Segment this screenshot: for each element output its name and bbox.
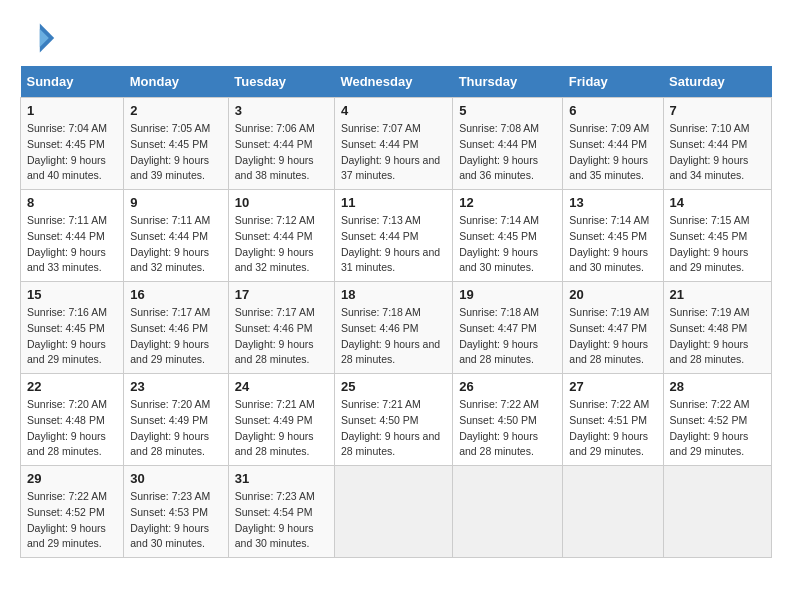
day-info: Sunrise: 7:23 AMSunset: 4:53 PMDaylight:… [130,489,222,552]
day-number: 19 [459,287,556,302]
weekday-header-tuesday: Tuesday [228,66,334,98]
day-number: 17 [235,287,328,302]
day-cell: 23Sunrise: 7:20 AMSunset: 4:49 PMDayligh… [124,374,229,466]
day-info: Sunrise: 7:10 AMSunset: 4:44 PMDaylight:… [670,121,766,184]
day-number: 14 [670,195,766,210]
day-cell: 8Sunrise: 7:11 AMSunset: 4:44 PMDaylight… [21,190,124,282]
day-info: Sunrise: 7:18 AMSunset: 4:46 PMDaylight:… [341,305,446,368]
day-number: 23 [130,379,222,394]
day-cell: 2Sunrise: 7:05 AMSunset: 4:45 PMDaylight… [124,98,229,190]
day-info: Sunrise: 7:22 AMSunset: 4:51 PMDaylight:… [569,397,656,460]
day-cell [453,466,563,558]
week-row-2: 8Sunrise: 7:11 AMSunset: 4:44 PMDaylight… [21,190,772,282]
day-cell: 29Sunrise: 7:22 AMSunset: 4:52 PMDayligh… [21,466,124,558]
weekday-header-wednesday: Wednesday [334,66,452,98]
day-cell: 3Sunrise: 7:06 AMSunset: 4:44 PMDaylight… [228,98,334,190]
weekday-header-saturday: Saturday [663,66,772,98]
day-number: 30 [130,471,222,486]
day-cell: 25Sunrise: 7:21 AMSunset: 4:50 PMDayligh… [334,374,452,466]
day-info: Sunrise: 7:13 AMSunset: 4:44 PMDaylight:… [341,213,446,276]
day-info: Sunrise: 7:15 AMSunset: 4:45 PMDaylight:… [670,213,766,276]
calendar-table: SundayMondayTuesdayWednesdayThursdayFrid… [20,66,772,558]
day-cell: 13Sunrise: 7:14 AMSunset: 4:45 PMDayligh… [563,190,663,282]
day-info: Sunrise: 7:11 AMSunset: 4:44 PMDaylight:… [130,213,222,276]
day-info: Sunrise: 7:22 AMSunset: 4:52 PMDaylight:… [27,489,117,552]
day-number: 9 [130,195,222,210]
day-cell: 6Sunrise: 7:09 AMSunset: 4:44 PMDaylight… [563,98,663,190]
weekday-header-monday: Monday [124,66,229,98]
day-info: Sunrise: 7:22 AMSunset: 4:50 PMDaylight:… [459,397,556,460]
week-row-5: 29Sunrise: 7:22 AMSunset: 4:52 PMDayligh… [21,466,772,558]
day-info: Sunrise: 7:05 AMSunset: 4:45 PMDaylight:… [130,121,222,184]
day-cell: 17Sunrise: 7:17 AMSunset: 4:46 PMDayligh… [228,282,334,374]
day-info: Sunrise: 7:17 AMSunset: 4:46 PMDaylight:… [235,305,328,368]
day-info: Sunrise: 7:09 AMSunset: 4:44 PMDaylight:… [569,121,656,184]
day-cell: 27Sunrise: 7:22 AMSunset: 4:51 PMDayligh… [563,374,663,466]
day-info: Sunrise: 7:19 AMSunset: 4:48 PMDaylight:… [670,305,766,368]
day-cell: 7Sunrise: 7:10 AMSunset: 4:44 PMDaylight… [663,98,772,190]
weekday-header-sunday: Sunday [21,66,124,98]
day-info: Sunrise: 7:21 AMSunset: 4:50 PMDaylight:… [341,397,446,460]
day-number: 21 [670,287,766,302]
day-number: 8 [27,195,117,210]
day-number: 1 [27,103,117,118]
day-info: Sunrise: 7:21 AMSunset: 4:49 PMDaylight:… [235,397,328,460]
day-info: Sunrise: 7:07 AMSunset: 4:44 PMDaylight:… [341,121,446,184]
week-row-3: 15Sunrise: 7:16 AMSunset: 4:45 PMDayligh… [21,282,772,374]
day-cell: 16Sunrise: 7:17 AMSunset: 4:46 PMDayligh… [124,282,229,374]
day-number: 24 [235,379,328,394]
day-info: Sunrise: 7:06 AMSunset: 4:44 PMDaylight:… [235,121,328,184]
day-info: Sunrise: 7:16 AMSunset: 4:45 PMDaylight:… [27,305,117,368]
day-cell: 4Sunrise: 7:07 AMSunset: 4:44 PMDaylight… [334,98,452,190]
day-info: Sunrise: 7:23 AMSunset: 4:54 PMDaylight:… [235,489,328,552]
day-info: Sunrise: 7:20 AMSunset: 4:49 PMDaylight:… [130,397,222,460]
day-number: 16 [130,287,222,302]
day-info: Sunrise: 7:12 AMSunset: 4:44 PMDaylight:… [235,213,328,276]
day-info: Sunrise: 7:18 AMSunset: 4:47 PMDaylight:… [459,305,556,368]
day-cell: 9Sunrise: 7:11 AMSunset: 4:44 PMDaylight… [124,190,229,282]
logo-icon [20,20,56,56]
day-number: 15 [27,287,117,302]
day-number: 18 [341,287,446,302]
day-info: Sunrise: 7:04 AMSunset: 4:45 PMDaylight:… [27,121,117,184]
day-number: 22 [27,379,117,394]
day-number: 7 [670,103,766,118]
day-cell: 30Sunrise: 7:23 AMSunset: 4:53 PMDayligh… [124,466,229,558]
day-cell: 14Sunrise: 7:15 AMSunset: 4:45 PMDayligh… [663,190,772,282]
week-row-1: 1Sunrise: 7:04 AMSunset: 4:45 PMDaylight… [21,98,772,190]
day-info: Sunrise: 7:22 AMSunset: 4:52 PMDaylight:… [670,397,766,460]
day-number: 3 [235,103,328,118]
day-cell [663,466,772,558]
day-number: 5 [459,103,556,118]
day-info: Sunrise: 7:17 AMSunset: 4:46 PMDaylight:… [130,305,222,368]
day-number: 31 [235,471,328,486]
day-number: 6 [569,103,656,118]
day-cell: 20Sunrise: 7:19 AMSunset: 4:47 PMDayligh… [563,282,663,374]
day-info: Sunrise: 7:14 AMSunset: 4:45 PMDaylight:… [569,213,656,276]
day-cell: 15Sunrise: 7:16 AMSunset: 4:45 PMDayligh… [21,282,124,374]
day-cell: 22Sunrise: 7:20 AMSunset: 4:48 PMDayligh… [21,374,124,466]
day-number: 10 [235,195,328,210]
day-cell: 24Sunrise: 7:21 AMSunset: 4:49 PMDayligh… [228,374,334,466]
weekday-header-thursday: Thursday [453,66,563,98]
day-cell: 18Sunrise: 7:18 AMSunset: 4:46 PMDayligh… [334,282,452,374]
day-cell [563,466,663,558]
day-number: 26 [459,379,556,394]
day-number: 12 [459,195,556,210]
day-number: 29 [27,471,117,486]
day-cell: 12Sunrise: 7:14 AMSunset: 4:45 PMDayligh… [453,190,563,282]
day-number: 4 [341,103,446,118]
day-cell: 5Sunrise: 7:08 AMSunset: 4:44 PMDaylight… [453,98,563,190]
day-cell: 10Sunrise: 7:12 AMSunset: 4:44 PMDayligh… [228,190,334,282]
weekday-header-row: SundayMondayTuesdayWednesdayThursdayFrid… [21,66,772,98]
day-number: 27 [569,379,656,394]
header [20,20,772,56]
day-cell: 19Sunrise: 7:18 AMSunset: 4:47 PMDayligh… [453,282,563,374]
day-info: Sunrise: 7:14 AMSunset: 4:45 PMDaylight:… [459,213,556,276]
day-info: Sunrise: 7:08 AMSunset: 4:44 PMDaylight:… [459,121,556,184]
day-number: 25 [341,379,446,394]
day-info: Sunrise: 7:19 AMSunset: 4:47 PMDaylight:… [569,305,656,368]
day-number: 2 [130,103,222,118]
day-info: Sunrise: 7:11 AMSunset: 4:44 PMDaylight:… [27,213,117,276]
day-cell: 21Sunrise: 7:19 AMSunset: 4:48 PMDayligh… [663,282,772,374]
